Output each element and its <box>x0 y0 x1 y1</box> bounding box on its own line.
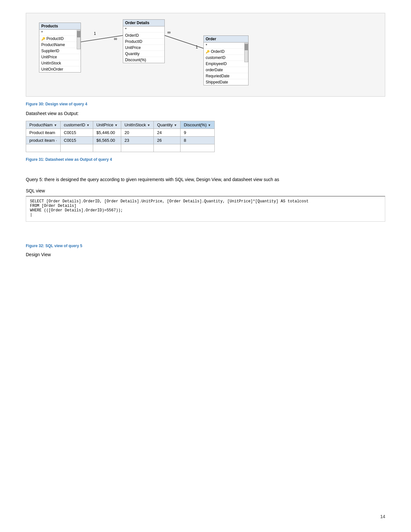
relation-label-inf-right: ∞ <box>167 30 171 35</box>
order-field-orderid: 🔑 OrderID <box>204 49 248 55</box>
col-unitinstock[interactable]: UnitInStock ▼ <box>121 121 154 129</box>
sql-heading: SQL view <box>26 188 385 193</box>
cell-quantity-2: 26 <box>154 137 181 144</box>
datasheet-table: ProductNam ▼ customerID ▼ UnitPrice ▼ Un… <box>26 121 215 152</box>
figure31-caption: Figure 31: Datasheet view as Output of q… <box>26 157 385 162</box>
relation-label-inf-left: ∞ <box>114 36 117 41</box>
relation-label-1-left: 1 <box>94 31 96 36</box>
cell-discount-1: 9 <box>181 129 214 137</box>
cell-discount-2: 8 <box>181 137 214 144</box>
cell-productname-1: Product iteam <box>26 129 61 137</box>
products-table: Products * 🔑 ProductID ProductName Suppl… <box>39 23 81 73</box>
od-field-discount: Discount(%) <box>123 57 164 63</box>
products-scrollbar[interactable] <box>77 30 81 49</box>
products-field-productname: ProductName <box>39 42 81 48</box>
dropdown-unitprice[interactable]: ▼ <box>114 123 118 127</box>
dropdown-discount[interactable]: ▼ <box>208 123 211 127</box>
order-details-table: Order Details * OrderID ProductID UnitPr… <box>123 19 165 63</box>
sql-code-container: SELECT [Order Details].OrderID, [Order D… <box>26 196 385 222</box>
order-scrollbar[interactable] <box>244 43 248 62</box>
cell-unitprice-2: $6,565.00 <box>93 137 121 144</box>
dropdown-unitinstock[interactable]: ▼ <box>147 123 150 127</box>
query5-text: Query 5: there is designed the query acc… <box>26 176 385 183</box>
order-field-star: * <box>204 43 248 49</box>
dropdown-productname[interactable]: ▼ <box>54 123 57 127</box>
order-fields: * 🔑 OrderID customerID EmployeeID orderD… <box>204 43 248 85</box>
products-field-productid: 🔑 ProductID <box>39 36 81 42</box>
svg-line-0 <box>81 35 123 42</box>
order-field-requrieddate: RequriedDate <box>204 73 248 79</box>
table-row-empty <box>26 144 215 152</box>
products-field-unitonorder: UnitOnOrder <box>39 66 81 72</box>
order-table-title: Order <box>204 36 248 43</box>
figure30-caption: Figure 30: Design view of query 4 <box>26 102 385 106</box>
order-details-title: Order Details <box>123 20 164 26</box>
col-discount[interactable]: Discount(%) ▼ <box>181 121 214 129</box>
key-icon-order: 🔑 <box>206 50 210 53</box>
cell-customerid-2: C0015 <box>61 137 93 144</box>
order-field-orderdate: orderDate <box>204 67 248 73</box>
products-table-title: Products <box>39 23 81 30</box>
col-productname[interactable]: ProductNam ▼ <box>26 121 61 129</box>
cell-quantity-1: 24 <box>154 129 181 137</box>
products-field-supplierid: SupplierID <box>39 48 81 54</box>
table-row: product iteam · C0015 $6,565.00 23 26 8 <box>26 137 215 144</box>
col-unitprice[interactable]: UnitPrice ▼ <box>93 121 121 129</box>
col-customerid[interactable]: customerID ▼ <box>61 121 93 129</box>
design-view-heading: Design View <box>26 252 385 257</box>
order-scrollbar-thumb <box>245 44 248 50</box>
dropdown-customerid[interactable]: ▼ <box>86 123 90 127</box>
cell-empty-1 <box>26 144 61 152</box>
cell-productname-2: product iteam · <box>26 137 61 144</box>
page-number: 14 <box>380 514 385 519</box>
products-field-unitinstock: UnitInStock <box>39 60 81 66</box>
table-header-row: ProductNam ▼ customerID ▼ UnitPrice ▼ Un… <box>26 121 215 129</box>
order-table: Order * 🔑 OrderID customerID EmployeeID … <box>203 35 249 85</box>
od-field-productid: ProductID <box>123 39 164 45</box>
od-field-star: * <box>123 26 164 33</box>
order-field-employeeid: EmployeeID <box>204 61 248 67</box>
cell-empty-5 <box>154 144 181 152</box>
cell-customerid-1: C0015 <box>61 129 93 137</box>
cell-empty-2 <box>61 144 93 152</box>
sql-code: SELECT [Order Details].OrderID, [Order D… <box>30 199 381 217</box>
order-field-shippeddate: ShippedDate <box>204 79 248 85</box>
od-field-quantity: Quantity <box>123 51 164 57</box>
figure32-caption: Figure 32: SQL view of query 5 <box>26 244 385 248</box>
datasheet-heading: Datasheet view as Output: <box>26 110 385 117</box>
col-quantity[interactable]: Quantity ▼ <box>154 121 181 129</box>
products-field-unitprice: UnitPrice <box>39 54 81 60</box>
products-field-star: * <box>39 30 81 36</box>
svg-line-1 <box>165 35 203 48</box>
products-scrollbar-thumb <box>77 31 80 37</box>
order-details-fields: * OrderID ProductID UnitPrice Quantity D… <box>123 26 164 63</box>
relation-label-1-right: 1 <box>196 45 198 49</box>
diagram-outer: Products * 🔑 ProductID ProductName Suppl… <box>33 16 378 93</box>
products-fields: * 🔑 ProductID ProductName SupplierID Uni… <box>39 30 81 72</box>
cell-unitinstock-1: 20 <box>121 129 154 137</box>
key-icon-products: 🔑 <box>41 37 45 41</box>
od-field-orderid: OrderID <box>123 33 164 39</box>
cell-empty-3 <box>93 144 121 152</box>
order-field-customerid: customerID <box>204 55 248 61</box>
dropdown-quantity[interactable]: ▼ <box>174 123 177 127</box>
cell-unitinstock-2: 23 <box>121 137 154 144</box>
cell-empty-6 <box>181 144 214 152</box>
cell-empty-4 <box>121 144 154 152</box>
od-field-unitprice: UnitPrice <box>123 45 164 51</box>
diagram-container: Products * 🔑 ProductID ProductName Suppl… <box>26 13 385 97</box>
diagram-section: Products * 🔑 ProductID ProductName Suppl… <box>26 13 385 97</box>
cell-unitprice-1: $5,446.00 <box>93 129 121 137</box>
table-row: Product iteam C0015 $5,446.00 20 24 9 <box>26 129 215 137</box>
